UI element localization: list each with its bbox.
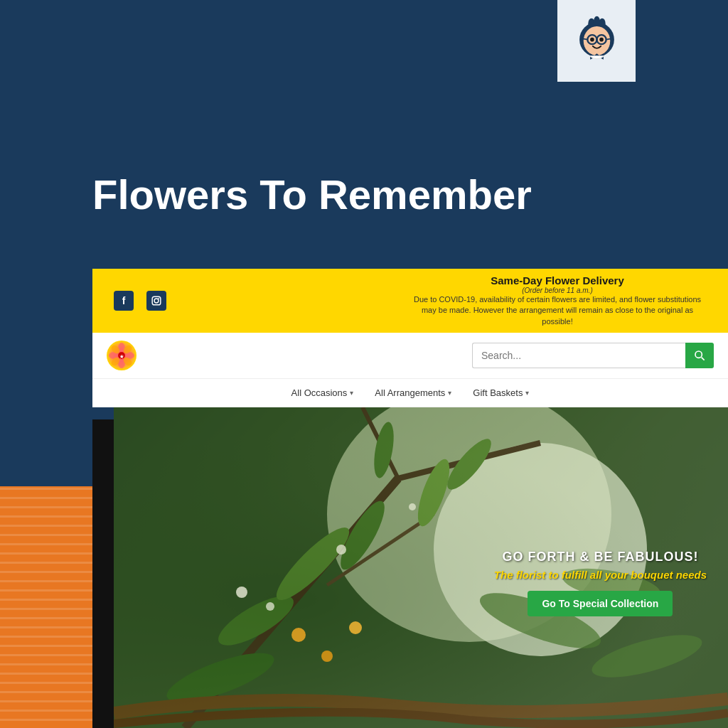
nav-item-occasions[interactable]: All Occasions ▾ [291,387,354,398]
svg-point-31 [695,351,702,358]
logo-area: ★ [107,341,136,370]
svg-point-12 [590,38,594,42]
page-title: Flowers To Remember [92,171,532,218]
search-input[interactable] [472,343,685,368]
nav-item-arrangements[interactable]: All Arrangements ▾ [375,387,451,398]
chevron-down-icon: ▾ [350,389,353,397]
svg-text:★: ★ [119,354,124,359]
facebook-icon[interactable]: f [114,291,134,311]
svg-point-51 [291,628,306,642]
avatar-box [557,0,636,82]
logo: ★ [107,341,136,370]
svg-point-47 [236,587,247,598]
delivery-order-note: (Order before 11 a.m.) [408,287,707,294]
svg-rect-17 [152,296,161,305]
special-collection-button[interactable]: Go To Special Collection [528,591,673,616]
hero-area: GO FORTH & BE FABULOUS! The florist to f… [114,407,728,728]
social-icons: f [114,291,166,311]
hero-tagline1: GO FORTH & BE FABULOUS! [494,550,707,564]
hero-text-overlay: GO FORTH & BE FABULOUS! The florist to f… [494,550,707,616]
svg-point-52 [321,651,333,662]
svg-point-53 [349,621,362,634]
delivery-info: Same-Day Flower Delivery (Order before 1… [408,274,707,327]
svg-point-49 [336,545,346,555]
svg-line-32 [702,358,705,360]
yellow-banner: f Same-Day Flower Delivery (Order before… [92,269,728,333]
svg-point-19 [158,298,159,299]
orange-stripe-panel [0,486,92,728]
search-button[interactable] [685,343,714,368]
svg-point-50 [409,503,416,510]
delivery-covid-text: Due to COVID-19, availability of certain… [408,294,707,327]
black-strip [92,419,114,728]
chevron-down-icon: ▾ [448,389,451,397]
svg-point-18 [154,299,159,303]
svg-line-8 [583,39,587,40]
delivery-title: Same-Day Flower Delivery [408,274,707,287]
nav-menu: All Occasions ▾ All Arrangements ▾ Gift … [92,379,728,407]
instagram-icon[interactable] [146,291,166,311]
search-area [472,343,714,368]
nav-bar: ★ [92,333,728,379]
svg-point-13 [599,38,604,42]
avatar [570,14,623,68]
nav-item-gift-baskets[interactable]: Gift Baskets ▾ [473,387,529,398]
hero-tagline2: The florist to fulfill all your bouquet … [494,569,707,581]
svg-point-48 [266,602,274,611]
chevron-down-icon: ▾ [525,389,529,397]
svg-line-9 [606,39,610,40]
